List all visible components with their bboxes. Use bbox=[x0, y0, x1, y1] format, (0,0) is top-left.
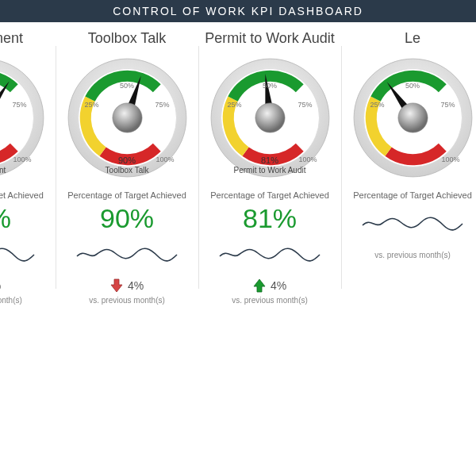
svg-point-7 bbox=[112, 103, 141, 132]
big-percent: 90% bbox=[60, 203, 194, 234]
svg-point-15 bbox=[397, 103, 427, 132]
kpi-title: Toolbox Talk bbox=[60, 30, 194, 47]
vs-label: vs. previous month(s) bbox=[60, 296, 194, 305]
tick-100: 100% bbox=[155, 155, 174, 163]
sparkline bbox=[361, 209, 464, 236]
gauge-label: Toolbox Talk bbox=[106, 166, 149, 175]
kpi-card: Permit to Work Audit bbox=[198, 22, 341, 305]
gauge-value: 90% bbox=[118, 155, 136, 165]
tick-75: 75% bbox=[298, 101, 312, 109]
kpi-card: Le bbox=[341, 22, 476, 305]
delta: 4% bbox=[203, 278, 336, 293]
kpi-card: Toolbox Talk bbox=[56, 22, 198, 305]
delta-arrow-icon bbox=[253, 278, 266, 293]
kpi-title: Permit to Work Audit bbox=[203, 30, 336, 47]
big-percent: 96% bbox=[0, 203, 51, 234]
kpi-title: Le bbox=[346, 30, 476, 47]
gauge-value: 81% bbox=[261, 155, 278, 165]
tick-50: 50% bbox=[405, 82, 420, 90]
subhead: Percentage of Target Achieved bbox=[0, 190, 51, 200]
tick-75: 75% bbox=[12, 101, 26, 109]
tick-50: 50% bbox=[263, 82, 277, 90]
tick-75: 75% bbox=[440, 101, 455, 109]
kpi-title: Assessment bbox=[0, 30, 51, 47]
big-percent: 81% bbox=[203, 203, 336, 234]
tick-25: 25% bbox=[370, 101, 385, 109]
tick-100: 100% bbox=[441, 155, 459, 163]
vs-label: vs. previous month(s) bbox=[346, 251, 476, 259]
kpi-card: Assessment bbox=[0, 22, 56, 305]
tick-25: 25% bbox=[85, 101, 99, 109]
vs-label: vs. previous month(s) bbox=[203, 296, 336, 305]
tick-50: 50% bbox=[120, 82, 134, 90]
gauge: 25% 50% 75% 100% bbox=[351, 56, 474, 179]
delta-value: 4% bbox=[128, 279, 144, 292]
sparkline bbox=[218, 240, 321, 267]
kpi-row: Assessment bbox=[0, 22, 476, 305]
subhead: Percentage of Target Achieved bbox=[203, 190, 336, 200]
tick-100: 100% bbox=[13, 155, 31, 163]
gauge: 25% 50% 75% 100% 81% Permit to Work Audi… bbox=[209, 56, 332, 179]
gauge-label: Permit to Work Audit bbox=[234, 166, 306, 175]
delta: 5% bbox=[0, 278, 51, 293]
delta-value: 5% bbox=[0, 279, 1, 292]
tick-75: 75% bbox=[155, 101, 169, 109]
gauge-label: Assessment bbox=[0, 166, 6, 175]
subhead: Percentage of Target Achieved bbox=[60, 190, 194, 200]
sparkline bbox=[75, 240, 178, 267]
svg-point-11 bbox=[255, 103, 284, 132]
delta-arrow-icon bbox=[110, 278, 123, 293]
vs-label: vs. previous month(s) bbox=[0, 296, 51, 305]
tick-100: 100% bbox=[298, 155, 317, 163]
gauge: 25% 50% 75% 100% 96% Assessment bbox=[0, 56, 46, 179]
subhead: Percentage of Target Achieved bbox=[346, 190, 476, 200]
sparkline bbox=[0, 240, 36, 267]
page-title: CONTROL OF WORK KPI DASHBOARD bbox=[0, 0, 476, 22]
tick-25: 25% bbox=[228, 101, 242, 109]
delta-value: 4% bbox=[271, 279, 286, 292]
gauge: 25% 50% 75% 100% 90% Toolbox Talk bbox=[66, 56, 189, 179]
delta: 4% bbox=[60, 278, 194, 293]
